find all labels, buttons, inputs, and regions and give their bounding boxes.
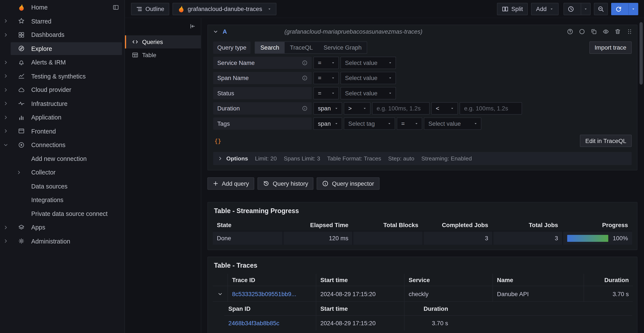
sidebar-item-collector[interactable]: Collector (0, 165, 124, 179)
span-name-operator-select[interactable]: = (313, 72, 339, 84)
sidebar-item-apps[interactable]: Apps (0, 220, 124, 234)
chevron-right-icon[interactable] (0, 225, 11, 230)
datasource-picker[interactable]: grafanacloud-danube-traces (172, 2, 276, 15)
sidebar-item-connections[interactable]: Connections (0, 138, 124, 152)
info-icon[interactable] (302, 105, 308, 111)
chevron-right-icon[interactable] (0, 32, 11, 37)
vertical-scrollbar-thumb[interactable] (640, 22, 643, 84)
duplicate-query-icon[interactable] (591, 28, 597, 35)
sidebar-item-label: Dashboards (31, 31, 64, 38)
sidebar-item-frontend[interactable]: Frontend (0, 124, 124, 138)
time-range-button[interactable] (564, 3, 578, 14)
add-dropdown-button[interactable]: Add (531, 2, 558, 15)
duration-lt-operator-select[interactable]: < (431, 102, 458, 114)
outline-button[interactable]: Outline (131, 2, 169, 15)
chevron-right-icon[interactable] (0, 18, 11, 23)
query-type-option-service-graph[interactable]: Service Graph (318, 42, 367, 53)
cell-progress: 100% (562, 231, 632, 245)
browser-icon (18, 128, 24, 134)
disable-query-icon[interactable] (578, 28, 585, 35)
query-type-option-traceql[interactable]: TraceQL (285, 42, 318, 53)
duration-min-input[interactable] (372, 102, 430, 114)
sidebar-item-label: Starred (31, 17, 52, 24)
refresh-interval-caret[interactable] (628, 3, 638, 14)
time-range-caret[interactable] (581, 3, 590, 14)
duration-max-input[interactable] (460, 102, 522, 114)
cell-span-start-time: 2024-08-29 17:15:20 (316, 316, 404, 331)
sidebar-item-add-new-connection[interactable]: Add new connection (0, 152, 124, 165)
chevron-right-icon[interactable] (0, 239, 11, 244)
span-id-link[interactable]: 2468b34f3ab8b85c (228, 320, 279, 326)
datasource-help-icon[interactable] (567, 28, 573, 35)
tags-scope-select[interactable]: span (313, 117, 342, 130)
list-tree-icon (136, 5, 142, 12)
caret-down-icon (334, 106, 338, 110)
dock-menu-button[interactable] (112, 4, 119, 10)
chevron-right-icon[interactable] (0, 101, 11, 106)
collapse-left-icon (189, 23, 196, 29)
sidebar-item-data-sources[interactable]: Data sources (0, 179, 124, 193)
query-history-button[interactable]: Query history (258, 177, 313, 190)
hide-response-eye-icon[interactable] (602, 28, 609, 35)
status-value-select[interactable]: Select value (340, 87, 396, 99)
query-type-radio-group: Search TraceQL Service Graph (255, 41, 367, 54)
duration-scope-select[interactable]: span (313, 102, 342, 114)
info-icon[interactable] (302, 60, 308, 66)
bar-chart-icon (18, 114, 24, 121)
drag-grip-icon[interactable] (626, 28, 633, 35)
caret-down-icon (388, 91, 392, 95)
sidebar-item-alerts-irm[interactable]: Alerts & IRM (0, 55, 124, 69)
service-name-operator-select[interactable]: = (313, 57, 339, 69)
refresh-button[interactable] (612, 3, 626, 14)
sidebar-item-integrations[interactable]: Integrations (0, 193, 124, 207)
table-icon (132, 52, 138, 58)
chevron-down-icon[interactable] (0, 142, 11, 147)
split-button[interactable]: Split (497, 2, 528, 15)
sidebar-item-private-data-source-connect[interactable]: Private data source connect (0, 207, 124, 221)
caret-down-icon (331, 76, 335, 80)
collapse-query-chevron-icon[interactable] (213, 29, 218, 34)
outline-item-queries[interactable]: Queries (125, 35, 201, 48)
chevron-right-icon[interactable] (0, 73, 11, 78)
outline-item-table[interactable]: Table (125, 48, 201, 62)
duration-gt-operator-select[interactable]: > (344, 102, 370, 114)
add-query-button[interactable]: Add query (208, 177, 254, 190)
status-operator-select[interactable]: = (313, 87, 339, 99)
service-name-value-select[interactable]: Select value (340, 57, 396, 69)
sidebar-item-testing-synthetics[interactable]: Testing & synthetics (0, 69, 124, 83)
caret-down-icon (362, 106, 367, 110)
chevron-right-icon[interactable] (16, 170, 23, 175)
sidebar-item-starred[interactable]: Starred (0, 14, 124, 28)
edit-in-traceql-button[interactable]: Edit in TraceQL (580, 135, 632, 147)
chevron-right-icon[interactable] (0, 60, 11, 65)
sidebar-item-cloud-provider[interactable]: Cloud provider (0, 83, 124, 97)
options-collapsible[interactable]: Options Limit: 20 Spans Limit: 3 Table F… (213, 152, 632, 165)
remove-query-trash-icon[interactable] (614, 28, 621, 35)
row-expander[interactable] (213, 286, 228, 302)
sidebar-item-administration[interactable]: Administration (0, 234, 124, 248)
collapse-outline-button[interactable] (189, 23, 196, 29)
split-icon (502, 5, 508, 12)
caret-down-icon (334, 122, 338, 126)
span-name-value-select[interactable]: Select value (340, 72, 396, 84)
chevron-right-icon[interactable] (0, 129, 11, 133)
info-circle-icon (322, 180, 329, 187)
trace-id-link[interactable]: 8c5333253b09551bb9... (232, 291, 296, 297)
chevron-right-icon[interactable] (0, 115, 11, 120)
query-type-option-search[interactable]: Search (255, 42, 285, 53)
chevron-right-icon[interactable] (0, 87, 11, 92)
tags-value-select[interactable]: Select value (424, 117, 481, 130)
sidebar-item-explore[interactable]: Explore (0, 42, 124, 55)
tags-tag-select[interactable]: Select tag (344, 117, 395, 130)
sidebar-item-dashboards[interactable]: Dashboards (0, 28, 124, 42)
info-icon[interactable] (302, 75, 308, 81)
sidebar-item-home[interactable]: Home (0, 0, 124, 14)
time-zoom-out-button[interactable] (594, 2, 608, 15)
caret-down-icon (388, 61, 392, 65)
import-trace-button[interactable]: Import trace (589, 41, 632, 54)
sidebar-item-application[interactable]: Application (0, 110, 124, 124)
sidebar-item-infrastructure[interactable]: Infrastructure (0, 97, 124, 110)
query-inspector-button[interactable]: Query inspector (317, 177, 380, 190)
tags-operator-select[interactable]: = (397, 117, 422, 130)
sidebar-item-label: Data sources (31, 183, 68, 190)
